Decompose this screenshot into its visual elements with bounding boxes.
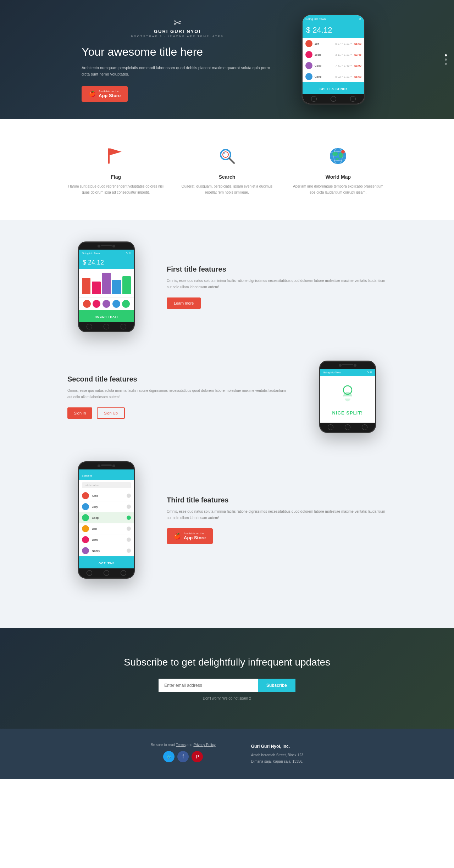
phone-list: Jeff 5.27 × 1.11 = -$5.68 Jocie 3.11 × 1… — [303, 38, 364, 82]
split-phone-mockup: Splitbene add contact... Katie Jody — [78, 461, 135, 579]
split-checkbox — [127, 538, 131, 542]
available-label: Available on the — [99, 90, 121, 93]
twitter-button[interactable]: 🐦 — [163, 751, 175, 762]
split-search-bar: add contact... — [82, 482, 131, 488]
available-label: Available on the — [184, 532, 206, 535]
chart-screen: Going into Town ✎ ✕ $ 24.12 — [79, 250, 134, 322]
store-name-label: App Store — [184, 535, 206, 540]
nav-dot — [311, 96, 317, 102]
footer-socials: 🐦 f P — [151, 751, 216, 762]
pinterest-button[interactable]: P — [192, 751, 203, 762]
split-avatar — [82, 514, 89, 521]
nav-dot — [350, 96, 356, 102]
nice-header: Going into Town ✎ ✕ — [320, 369, 375, 376]
nice-app-title: Going into Town — [323, 371, 341, 374]
terms-link[interactable]: Terms — [176, 743, 186, 747]
showcase-desc-third: Omnis, esse quo natus soluta minima faci… — [167, 508, 387, 521]
nav-dot — [87, 324, 92, 329]
appstore-button-third[interactable]: 🍎 Available on the App Store — [167, 528, 213, 544]
feature-desc-worldmap: Aperiam iure doloremque tempora explicab… — [290, 183, 387, 195]
flag-icon — [105, 145, 127, 167]
nice-controls: ✎ ✕ — [367, 371, 372, 374]
features-inner: Flag Harum sunt atque quod reprehenderit… — [67, 144, 387, 195]
phone-nav — [303, 94, 364, 104]
phone-camera — [112, 464, 115, 467]
feature-desc-search: Quaerat, quisquam, perspiciatis, ipsam e… — [178, 183, 275, 195]
hero-description: Architecto numquam perspiciatis commodi … — [82, 65, 273, 78]
pagination-dot[interactable] — [445, 54, 447, 56]
email-input[interactable] — [159, 679, 258, 692]
nice-split-text: NICE SPLIT! — [332, 410, 363, 416]
split-avatar — [82, 525, 89, 532]
phone-nav-bar — [320, 423, 375, 432]
hero-phone-mockup: Going into Town ✕ $ 24.12 Jeff 5.27 × 1.… — [301, 14, 365, 105]
hero-phone-area: Going into Town ✕ $ 24.12 Jeff 5.27 × 1.… — [294, 14, 372, 105]
hero-title: Your awesome title here — [82, 45, 273, 59]
phone-camera — [112, 245, 115, 247]
split-list-item: Beth — [79, 534, 134, 545]
phone-list-item: Jeff 5.27 × 1.11 = -$5.68 — [303, 38, 364, 49]
nav-dot — [121, 570, 126, 576]
chart-avatar — [93, 300, 100, 308]
phone-header-bar: Going into Town ✕ — [303, 15, 364, 23]
footer-address-line2: Dimana saja, Kapan saja, 13356. — [251, 758, 303, 765]
showcase-row-third: Splitbene add contact... Katie Jody — [67, 461, 387, 579]
nice-content: NICE SPLIT! — [320, 376, 375, 423]
chart-avatars — [79, 297, 134, 310]
phone-top — [79, 462, 134, 469]
phone-split-bar: SPLIT & SEND! — [303, 82, 364, 94]
phone-close-icon: ✕ — [359, 17, 361, 21]
brand-sub: BOOTSTRAP 3 · IPHONE APP TEMPLATES — [82, 35, 273, 38]
avatar — [305, 62, 312, 69]
showcase-desc-first: Omnis, esse quo natus soluta minima faci… — [167, 278, 387, 290]
brand-name: GURI GURI NYOI — [82, 29, 273, 34]
phone-camera — [354, 364, 356, 367]
showcase-text-third: Third title features Omnis, esse quo nat… — [167, 496, 387, 544]
brand-logo: ✂ GURI GURI NYOI BOOTSTRAP 3 · IPHONE AP… — [82, 17, 273, 38]
appstore-button[interactable]: 🍎 Available on the App Store — [82, 86, 128, 102]
privacy-link[interactable]: Privacy Policy — [193, 743, 215, 747]
subscribe-note: Don't worry. We do not spam :) — [14, 696, 440, 700]
showcase-row-second: Going into Town ✎ ✕ NICE — [67, 361, 387, 433]
feature-title-worldmap: World Map — [290, 174, 387, 180]
chart-footer: ROGER THAT! — [79, 310, 134, 322]
nav-dot — [87, 570, 92, 576]
svg-marker-1 — [110, 148, 122, 155]
learn-more-button[interactable]: Learn more — [167, 297, 201, 309]
svg-point-12 — [336, 158, 339, 160]
nav-dot — [121, 324, 126, 329]
phone-nav-bar — [79, 322, 134, 331]
pagination-dot[interactable] — [445, 63, 447, 65]
svg-line-4 — [229, 158, 234, 163]
hero-text-area: ✂ GURI GURI NYOI BOOTSTRAP 3 · IPHONE AP… — [82, 17, 273, 102]
phone-top — [320, 362, 375, 369]
showcase-inner: Going into Town ✎ ✕ $ 24.12 — [67, 241, 387, 579]
avatar — [305, 51, 312, 58]
showcase-title-first: First title features — [167, 265, 387, 273]
company-name: Guri Guri Nyoi, Inc. — [251, 743, 303, 751]
chart-bars-area — [79, 269, 134, 297]
subscribe-button[interactable]: Subscribe — [258, 679, 295, 692]
nice-phone-mockup: Going into Town ✎ ✕ NICE — [319, 361, 376, 433]
phone-amount: $ 24.12 — [303, 23, 364, 38]
pagination-dot[interactable] — [445, 59, 447, 61]
sign-up-button[interactable]: Sign Up — [97, 407, 125, 419]
nav-dot — [104, 324, 109, 329]
showcase-section: Going into Town ✎ ✕ $ 24.12 — [0, 220, 454, 628]
appstore-btn-text: Available on the App Store — [184, 532, 206, 540]
footer-legal: Be sure to read Terms and Privacy Policy — [151, 743, 216, 747]
avatar — [305, 40, 312, 47]
svg-point-10 — [332, 152, 338, 156]
split-checkbox — [127, 494, 131, 498]
appstore-btn-text: Available on the App Store — [99, 90, 121, 98]
phone-nav-bar — [79, 568, 134, 578]
chart-amount: $ 24.12 — [79, 257, 134, 269]
split-list-item: Coop — [79, 512, 134, 523]
phone-list-item: Jocie 3.11 × 1.11 = -$3.45 — [303, 49, 364, 60]
chart-avatar — [112, 300, 120, 308]
nice-split-icon — [337, 383, 358, 407]
split-footer: GOT 'EM! — [79, 556, 134, 568]
facebook-button[interactable]: f — [177, 751, 189, 762]
sign-in-button[interactable]: Sign In — [67, 407, 92, 419]
footer-left: Be sure to read Terms and Privacy Policy… — [151, 743, 216, 762]
